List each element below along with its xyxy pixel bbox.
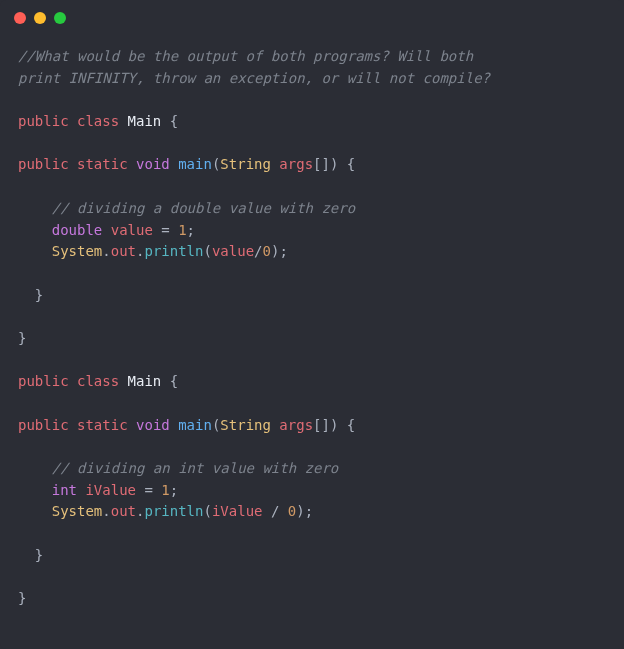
keyword: public — [18, 373, 69, 389]
keyword: double — [52, 222, 103, 238]
comment-line: // dividing a double value with zero — [52, 200, 355, 216]
keyword: public — [18, 417, 69, 433]
number: 1 — [178, 222, 186, 238]
number: 0 — [263, 243, 271, 259]
classname: Main — [119, 113, 161, 129]
indent — [18, 460, 52, 476]
variable: iValue — [212, 503, 263, 519]
param: args — [271, 156, 313, 172]
keyword: static — [69, 156, 128, 172]
punct: = — [136, 482, 161, 498]
titlebar — [0, 0, 624, 36]
indent — [18, 547, 35, 563]
keyword: static — [69, 417, 128, 433]
punct: [] — [313, 417, 330, 433]
method: println — [144, 503, 203, 519]
property: out — [111, 503, 136, 519]
method: main — [170, 417, 212, 433]
keyword: class — [69, 373, 120, 389]
indent — [18, 200, 52, 216]
classname: Main — [119, 373, 161, 389]
punct: ( — [203, 243, 211, 259]
number: 1 — [161, 482, 169, 498]
punct: { — [161, 113, 178, 129]
indent — [18, 243, 52, 259]
keyword: void — [128, 156, 170, 172]
brace: } — [18, 590, 26, 606]
method: main — [170, 156, 212, 172]
classname: System — [52, 503, 103, 519]
punct: [] — [313, 156, 330, 172]
minimize-icon[interactable] — [34, 12, 46, 24]
comment-line: // dividing an int value with zero — [52, 460, 339, 476]
method: println — [144, 243, 203, 259]
punct: ; — [170, 482, 178, 498]
number: 0 — [288, 503, 296, 519]
code-window: //What would be the output of both progr… — [0, 0, 624, 649]
variable: value — [102, 222, 153, 238]
maximize-icon[interactable] — [54, 12, 66, 24]
keyword: public — [18, 156, 69, 172]
brace: } — [18, 330, 26, 346]
keyword: void — [128, 417, 170, 433]
code-content: //What would be the output of both progr… — [18, 46, 606, 610]
indent — [18, 482, 52, 498]
variable: iValue — [77, 482, 136, 498]
punct: / — [254, 243, 262, 259]
punct: ; — [187, 222, 195, 238]
param: args — [271, 417, 313, 433]
type: String — [220, 156, 271, 172]
property: out — [111, 243, 136, 259]
punct: = — [153, 222, 178, 238]
indent — [18, 287, 35, 303]
brace: } — [35, 547, 43, 563]
keyword: int — [52, 482, 77, 498]
indent — [18, 222, 52, 238]
punct: ) { — [330, 417, 355, 433]
code-area: //What would be the output of both progr… — [0, 36, 624, 628]
comment-line: //What would be the output of both progr… — [18, 48, 473, 64]
keyword: class — [69, 113, 120, 129]
punct: / — [263, 503, 288, 519]
punct: ) { — [330, 156, 355, 172]
brace: } — [35, 287, 43, 303]
variable: value — [212, 243, 254, 259]
punct: . — [102, 503, 110, 519]
comment-line: print INFINITY, throw an exception, or w… — [18, 70, 490, 86]
punct: { — [161, 373, 178, 389]
keyword: public — [18, 113, 69, 129]
punct: ); — [271, 243, 288, 259]
punct: ); — [296, 503, 313, 519]
type: String — [220, 417, 271, 433]
punct: . — [102, 243, 110, 259]
close-icon[interactable] — [14, 12, 26, 24]
punct: ( — [203, 503, 211, 519]
classname: System — [52, 243, 103, 259]
indent — [18, 503, 52, 519]
